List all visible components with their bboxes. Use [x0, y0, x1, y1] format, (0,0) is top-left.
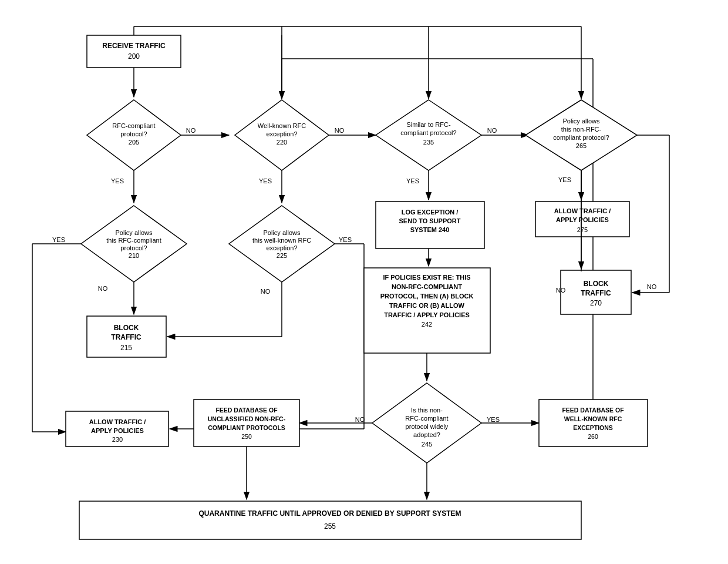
n225-shape [229, 206, 335, 282]
svg-text:RFC-compliant: RFC-compliant [405, 415, 448, 422]
svg-text:COMPLIANT PROTOCOLS: COMPLIANT PROTOCOLS [208, 424, 285, 431]
n260-label: FEED DATABASE OF [562, 407, 624, 414]
n240-label: LOG EXCEPTION / [402, 209, 459, 216]
n242-label: IF POLICIES EXIST RE: THIS [383, 274, 470, 281]
n200-label: RECEIVE TRAFFIC [102, 42, 166, 50]
svg-text:Is this non-: Is this non- [411, 407, 443, 414]
svg-text:275: 275 [577, 226, 588, 233]
svg-text:230: 230 [112, 436, 123, 443]
svg-text:260: 260 [588, 433, 598, 440]
svg-text:200: 200 [128, 52, 140, 61]
svg-text:NO: NO [487, 127, 497, 134]
n230-label: ALLOW TRAFFIC / [89, 418, 146, 425]
svg-text:265: 265 [576, 142, 587, 149]
svg-text:NON-RFC-COMPLIANT: NON-RFC-COMPLIANT [392, 283, 462, 290]
svg-text:NO: NO [98, 285, 108, 292]
svg-text:225: 225 [277, 252, 287, 259]
svg-text:RFC-compliant: RFC-compliant [112, 122, 155, 129]
n215-label: BLOCK [114, 324, 139, 332]
svg-text:NO: NO [647, 283, 657, 290]
svg-text:exception?: exception? [266, 130, 297, 137]
svg-text:NO: NO [186, 127, 196, 134]
svg-text:YES: YES [487, 416, 500, 423]
svg-text:242: 242 [422, 321, 432, 328]
svg-text:exception?: exception? [266, 244, 297, 251]
svg-text:NO: NO [355, 416, 365, 423]
svg-text:APPLY POLICIES: APPLY POLICIES [556, 216, 609, 223]
svg-text:205: 205 [129, 139, 139, 146]
svg-text:SEND TO SUPPORT: SEND TO SUPPORT [399, 217, 461, 224]
svg-text:TRAFFIC: TRAFFIC [111, 333, 141, 341]
flowchart-svg: RECEIVE TRAFFIC 200 RFC-compliant protoc… [0, 0, 728, 564]
svg-text:UNCLASSIFIED NON-RFC-: UNCLASSIFIED NON-RFC- [208, 415, 286, 422]
svg-text:TRAFFIC / APPLY POLICIES: TRAFFIC / APPLY POLICIES [384, 311, 470, 318]
svg-text:PROTOCOL, THEN (A) BLOCK: PROTOCOL, THEN (A) BLOCK [380, 293, 474, 300]
svg-text:TRAFFIC OR (B) ALLOW: TRAFFIC OR (B) ALLOW [389, 302, 465, 309]
svg-text:NO: NO [261, 288, 271, 295]
n255-label: QUARANTINE TRAFFIC UNTIL APPROVED OR DEN… [198, 509, 461, 518]
svg-text:this well-known RFC: this well-known RFC [252, 237, 311, 244]
svg-text:protocol widely: protocol widely [406, 423, 449, 430]
svg-text:protocol?: protocol? [120, 130, 147, 137]
svg-text:this non-RFC-: this non-RFC- [561, 126, 602, 133]
svg-text:TRAFFIC: TRAFFIC [581, 289, 611, 297]
svg-text:EXCEPTIONS: EXCEPTIONS [573, 424, 613, 431]
svg-text:SYSTEM 240: SYSTEM 240 [410, 226, 450, 233]
svg-text:NO: NO [335, 127, 345, 134]
svg-text:245: 245 [422, 441, 432, 448]
n210-shape [81, 206, 187, 282]
svg-text:protocol?: protocol? [120, 244, 147, 251]
svg-text:255: 255 [324, 522, 336, 531]
svg-text:220: 220 [277, 139, 287, 146]
n275-label: ALLOW TRAFFIC / [554, 207, 611, 214]
svg-text:Policy allows: Policy allows [116, 229, 153, 236]
svg-text:Similar to RFC-: Similar to RFC- [406, 121, 451, 128]
svg-text:adopted?: adopted? [413, 431, 440, 438]
svg-text:compliant protocol?: compliant protocol? [400, 129, 456, 136]
svg-text:YES: YES [111, 177, 124, 184]
n250-label: FEED DATABASE OF [215, 407, 278, 414]
svg-text:Policy allows: Policy allows [563, 118, 600, 125]
flowchart: RECEIVE TRAFFIC 200 RFC-compliant protoc… [0, 0, 728, 564]
svg-text:YES: YES [558, 176, 571, 183]
svg-rect-1 [87, 35, 181, 68]
svg-text:270: 270 [590, 299, 602, 307]
svg-text:Well-known RFC: Well-known RFC [258, 122, 306, 129]
svg-text:235: 235 [423, 139, 434, 146]
svg-text:NO: NO [556, 287, 566, 294]
svg-rect-79 [79, 501, 581, 539]
svg-text:YES: YES [339, 236, 352, 243]
svg-text:YES: YES [259, 177, 272, 184]
svg-text:this RFC-compliant: this RFC-compliant [106, 237, 161, 244]
svg-text:compliant protocol?: compliant protocol? [553, 134, 609, 141]
svg-text:215: 215 [120, 344, 132, 352]
svg-text:WELL-KNOWN RFC: WELL-KNOWN RFC [564, 415, 622, 422]
svg-text:YES: YES [406, 177, 419, 184]
svg-text:210: 210 [129, 252, 139, 259]
svg-text:Policy allows: Policy allows [264, 229, 301, 236]
svg-text:APPLY POLICIES: APPLY POLICIES [91, 427, 144, 434]
svg-text:250: 250 [241, 433, 252, 440]
n270-label: BLOCK [584, 280, 609, 288]
svg-text:YES: YES [52, 236, 65, 243]
